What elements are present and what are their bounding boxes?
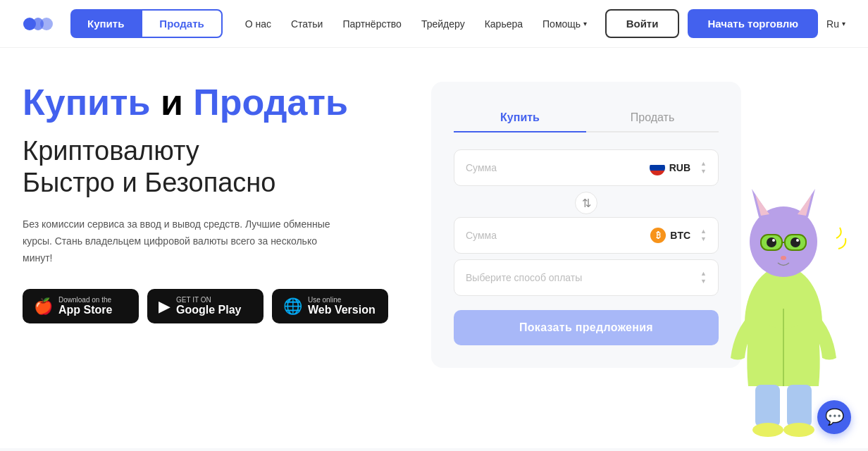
- svg-marker-5: [752, 189, 769, 217]
- currency-to-badge: ₿ BTC ▲ ▼: [650, 228, 707, 243]
- amount-to-field[interactable]: Сумма ₿ BTC ▲ ▼: [454, 217, 719, 254]
- header-right: Войти Начать торговлю Ru ▾: [605, 9, 845, 38]
- googleplay-small-text: GET IT ON: [176, 296, 241, 304]
- rub-flag-icon: [650, 160, 665, 175]
- web-large-text: Web Version: [308, 304, 376, 316]
- header-buy-button[interactable]: Купить: [70, 9, 141, 38]
- globe-icon: 🌐: [283, 297, 302, 316]
- appstore-button[interactable]: 🍎 Download on the App Store: [23, 289, 139, 323]
- main-nav: О нас Статьи Партнёрство Трейдеру Карьер…: [245, 18, 605, 30]
- hero-title-sell: Продать: [193, 82, 348, 123]
- hero-title: Купить и Продать: [23, 82, 403, 124]
- hero-title-and: и: [150, 82, 193, 123]
- nav-articles[interactable]: Статьи: [291, 18, 323, 30]
- trade-widget: Купить Продать Сумма RUB ▲ ▼ ⇅ Сумма ₿: [431, 82, 741, 368]
- payment-label: Выберите способ оплаты: [466, 272, 695, 283]
- svg-marker-8: [798, 194, 812, 216]
- app-buttons-group: 🍎 Download on the App Store ▶ GET IT ON …: [23, 289, 403, 323]
- svg-point-19: [752, 423, 783, 437]
- nav-trader[interactable]: Трейдеру: [421, 18, 465, 30]
- svg-point-3: [745, 266, 822, 379]
- googleplay-icon: ▶: [159, 297, 170, 316]
- nav-about[interactable]: О нас: [245, 18, 271, 30]
- currency-to-label: BTC: [670, 230, 690, 241]
- lang-chevron-icon: ▾: [842, 20, 845, 27]
- svg-point-4: [750, 206, 817, 277]
- header-buy-sell-group: Купить Продать: [70, 9, 223, 38]
- payment-method-field[interactable]: Выберите способ оплаты ▲ ▼: [454, 259, 719, 296]
- currency-from-label: RUB: [669, 162, 690, 173]
- login-button[interactable]: Войти: [605, 9, 680, 38]
- payment-stepper[interactable]: ▲ ▼: [700, 270, 707, 285]
- chat-icon: 💬: [825, 408, 844, 426]
- svg-point-13: [790, 237, 800, 247]
- hero-section: Купить и Продать КриптовалютуБыстро и Бе…: [23, 82, 403, 323]
- bottom-strip: [0, 448, 868, 451]
- svg-point-14: [772, 239, 775, 242]
- currency-from-stepper[interactable]: ▲ ▼: [700, 160, 707, 175]
- hero-subtitle: КриптовалютуБыстро и Безопасно: [23, 135, 403, 199]
- svg-rect-10: [785, 235, 806, 250]
- svg-marker-6: [798, 189, 815, 217]
- svg-point-2: [32, 18, 44, 30]
- language-selector[interactable]: Ru ▾: [826, 18, 845, 30]
- nav-partnership[interactable]: Партнёрство: [342, 18, 402, 30]
- appstore-large-text: App Store: [58, 304, 112, 316]
- chevron-down-icon: ▾: [583, 20, 587, 27]
- btc-icon: ₿: [650, 228, 666, 243]
- svg-point-15: [796, 239, 799, 242]
- header: Купить Продать О нас Статьи Партнёрство …: [0, 0, 868, 48]
- svg-marker-7: [755, 194, 769, 216]
- nav-career[interactable]: Карьера: [485, 18, 523, 30]
- amount-from-field[interactable]: Сумма RUB ▲ ▼: [454, 149, 719, 186]
- logo: [23, 14, 54, 34]
- swap-icon: ⇅: [575, 192, 597, 214]
- appstore-small-text: Download on the: [58, 296, 112, 304]
- amount-from-label: Сумма: [466, 162, 650, 173]
- svg-rect-18: [787, 385, 812, 427]
- tab-buy[interactable]: Купить: [454, 104, 586, 132]
- apple-icon: 🍎: [34, 297, 53, 316]
- svg-point-20: [783, 423, 814, 437]
- main-content: Купить и Продать КриптовалютуБыстро и Бе…: [0, 48, 868, 443]
- tab-sell[interactable]: Продать: [586, 104, 719, 131]
- widget-tabs: Купить Продать: [454, 104, 719, 132]
- hero-title-buy: Купить: [23, 82, 150, 123]
- currency-from-badge: RUB ▲ ▼: [650, 160, 707, 175]
- hero-description: Без комиссии сервиса за ввод и вывод сре…: [23, 216, 333, 266]
- currency-to-stepper[interactable]: ▲ ▼: [700, 228, 707, 243]
- svg-point-12: [767, 237, 776, 247]
- swap-button[interactable]: ⇅: [454, 192, 719, 214]
- googleplay-large-text: Google Play: [176, 304, 241, 316]
- googleplay-button[interactable]: ▶ GET IT ON Google Play: [147, 289, 264, 323]
- web-small-text: Use online: [308, 296, 376, 304]
- start-trading-button[interactable]: Начать торговлю: [688, 9, 818, 38]
- amount-to-label: Сумма: [466, 230, 650, 241]
- svg-rect-9: [761, 235, 782, 250]
- header-sell-button[interactable]: Продать: [141, 9, 222, 38]
- svg-point-16: [781, 256, 786, 260]
- nav-help[interactable]: Помощь ▾: [542, 18, 587, 30]
- chat-button[interactable]: 💬: [817, 400, 851, 434]
- webversion-button[interactable]: 🌐 Use online Web Version: [272, 289, 388, 323]
- show-offers-button[interactable]: Показать предложения: [454, 310, 719, 345]
- svg-rect-17: [755, 385, 780, 427]
